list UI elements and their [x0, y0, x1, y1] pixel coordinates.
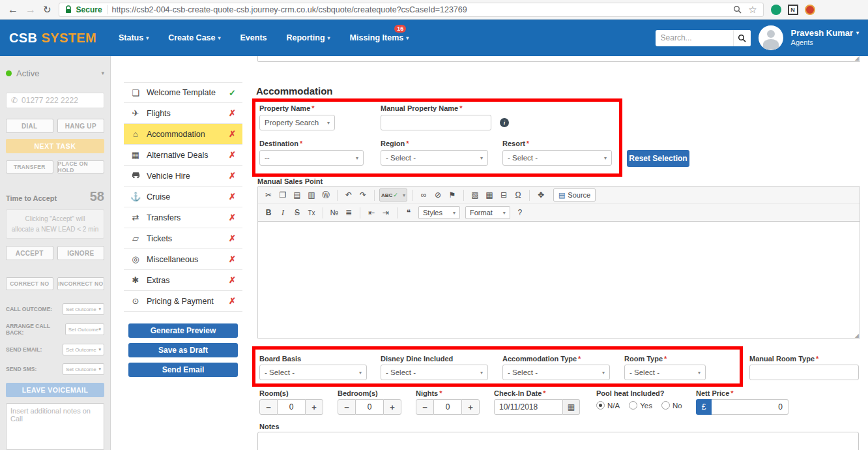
- nett-price-input[interactable]: [712, 399, 788, 415]
- send-email-select[interactable]: Set Outcome ▾: [63, 344, 104, 355]
- bold-icon[interactable]: B: [262, 206, 275, 219]
- spellcheck-button[interactable]: ABC ✓ ▾: [379, 188, 407, 202]
- reset-selection-button[interactable]: Reset Selection: [627, 150, 689, 167]
- send-email-button[interactable]: Send Email: [128, 363, 238, 377]
- room-type-select[interactable]: - Select - ▾: [624, 365, 706, 380]
- address-bar[interactable]: Secure https://csb2-004-csb-create-quote…: [59, 3, 764, 17]
- browser-back-icon[interactable]: ←: [8, 5, 18, 15]
- browser-refresh-icon[interactable]: ↻: [43, 4, 51, 16]
- section-tickets[interactable]: ▱ Tickets ✗: [124, 228, 242, 249]
- resort-select[interactable]: - Select - ▾: [502, 150, 612, 166]
- strikethrough-icon[interactable]: S: [291, 206, 304, 219]
- board-basis-select[interactable]: - Select - ▾: [259, 365, 367, 380]
- undo-icon[interactable]: ↶: [342, 188, 355, 202]
- call-outcome-select[interactable]: Set Outcome ▾: [63, 303, 104, 315]
- correct-no-button[interactable]: CORRECT NO: [6, 277, 53, 290]
- nights-increment-button[interactable]: +: [461, 399, 480, 415]
- accept-button[interactable]: ACCEPT: [6, 246, 53, 260]
- nights-value-input[interactable]: [434, 399, 461, 415]
- resize-handle-icon[interactable]: ◢: [855, 333, 859, 338]
- manual-property-name-input[interactable]: [381, 115, 491, 130]
- section-alternative-deals[interactable]: ▦ Alternative Deals ✗: [124, 145, 242, 166]
- menu-item-create-case[interactable]: Create Case ▾: [168, 33, 220, 42]
- styles-combo[interactable]: Styles ▾: [418, 206, 460, 219]
- zoom-icon[interactable]: [733, 5, 742, 14]
- bookmark-star-icon[interactable]: ☆: [748, 4, 757, 16]
- cut-icon[interactable]: ✂: [262, 188, 275, 202]
- menu-item-missing-items[interactable]: 16 Missing Items ▾: [350, 33, 409, 42]
- save-as-draft-button[interactable]: Save as Draft: [128, 343, 238, 357]
- section-vehicle-hire[interactable]: Vehicle Hire ✗: [124, 166, 242, 187]
- anchor-icon[interactable]: ⚑: [446, 188, 459, 202]
- section-miscellaneous[interactable]: ◎ Miscellaneous ✗: [124, 249, 242, 270]
- region-select[interactable]: - Select - ▾: [381, 150, 488, 166]
- hang-up-button[interactable]: HANG UP: [57, 119, 105, 133]
- menu-item-reporting[interactable]: Reporting ▾: [287, 33, 330, 42]
- accommodation-type-select[interactable]: - Select - ▾: [502, 365, 610, 380]
- paste-icon[interactable]: ▤: [291, 188, 304, 202]
- paste-from-word-icon[interactable]: Ⓦ: [319, 188, 332, 202]
- ignore-button[interactable]: IGNORE: [57, 246, 105, 260]
- browser-forward-icon[interactable]: →: [25, 5, 36, 15]
- phone-number-field[interactable]: ✆ 01277 222 2222: [6, 93, 104, 108]
- dial-button[interactable]: DIAL: [6, 119, 53, 133]
- extension-n-icon[interactable]: N: [788, 5, 798, 15]
- insert-image-icon[interactable]: ▧: [469, 188, 482, 202]
- user-avatar[interactable]: [759, 25, 783, 50]
- insert-table-icon[interactable]: ▦: [483, 188, 496, 202]
- info-icon[interactable]: i: [500, 118, 509, 127]
- bedrooms-increment-button[interactable]: +: [383, 399, 401, 415]
- link-icon[interactable]: ∞: [417, 188, 430, 202]
- horizontal-rule-icon[interactable]: ⊟: [497, 188, 510, 202]
- send-sms-select[interactable]: Set Outcome ▾: [63, 363, 104, 375]
- editor-content-area[interactable]: ◢: [258, 222, 860, 338]
- about-icon[interactable]: ?: [514, 206, 527, 219]
- pool-heat-na-radio[interactable]: N/A: [596, 401, 620, 410]
- unordered-list-icon[interactable]: ≣: [342, 206, 355, 219]
- url-text[interactable]: https://csb2-004-csb-create-quote-csb.jo…: [112, 5, 729, 14]
- place-on-hold-button[interactable]: PLACE ON HOLD: [57, 160, 105, 173]
- check-in-date-input[interactable]: [494, 399, 563, 415]
- arrange-call-back-select[interactable]: Set Outcome ▾: [65, 323, 104, 335]
- rooms-decrement-button[interactable]: −: [259, 399, 278, 415]
- nights-decrement-button[interactable]: −: [416, 399, 434, 415]
- app-logo[interactable]: CSB SYSTEM: [9, 31, 119, 46]
- copy-icon[interactable]: ❐: [276, 188, 289, 202]
- pool-heat-no-radio[interactable]: No: [661, 401, 682, 410]
- decrease-indent-icon[interactable]: ⇤: [365, 206, 378, 219]
- redo-icon[interactable]: ↷: [356, 188, 369, 202]
- paste-as-text-icon[interactable]: ▥: [305, 188, 318, 202]
- pool-heat-yes-radio[interactable]: Yes: [629, 401, 652, 410]
- calendar-icon[interactable]: ▦: [563, 399, 580, 415]
- transfer-button[interactable]: TRANSFER: [6, 160, 53, 173]
- generate-preview-button[interactable]: Generate Preview: [128, 323, 238, 338]
- bedrooms-decrement-button[interactable]: −: [338, 399, 356, 415]
- section-transfers[interactable]: ⇄ Transfers ✗: [124, 207, 242, 228]
- extension-green-icon[interactable]: [771, 5, 781, 15]
- extension-red-icon[interactable]: [805, 5, 815, 15]
- blockquote-icon[interactable]: ❝: [402, 206, 415, 219]
- resize-handle-icon[interactable]: ◢: [855, 56, 859, 61]
- search-input[interactable]: [656, 33, 733, 42]
- next-task-button[interactable]: NEXT TASK: [6, 139, 104, 153]
- leave-voicemail-button[interactable]: LEAVE VOICEMAIL: [6, 383, 104, 397]
- menu-item-events[interactable]: Events: [240, 33, 267, 42]
- section-extras[interactable]: ✱ Extras ✗: [124, 270, 242, 291]
- source-button[interactable]: ▤ Source: [553, 188, 596, 202]
- unlink-icon[interactable]: ⊘: [431, 188, 444, 202]
- rooms-value-input[interactable]: [278, 399, 305, 415]
- rooms-increment-button[interactable]: +: [305, 399, 323, 415]
- property-search-select[interactable]: Property Search ▾: [259, 115, 335, 130]
- remove-format-icon[interactable]: Tx: [305, 206, 318, 219]
- italic-icon[interactable]: I: [276, 206, 289, 219]
- section-welcome-template[interactable]: ❏ Welcome Template ✓: [124, 82, 242, 103]
- increase-indent-icon[interactable]: ⇥: [379, 206, 392, 219]
- section-pricing-payment[interactable]: ⊙ Pricing & Payment ✗: [124, 291, 242, 312]
- disney-dine-select[interactable]: - Select - ▾: [381, 365, 488, 380]
- ordered-list-icon[interactable]: №: [328, 206, 341, 219]
- section-flights[interactable]: ✈ Flights ✗: [124, 103, 242, 124]
- format-combo[interactable]: Format ▾: [465, 206, 510, 219]
- incorrect-no-button[interactable]: INCORRECT NO: [57, 277, 105, 290]
- section-cruise[interactable]: ⚓ Cruise ✗: [124, 187, 242, 207]
- destination-select[interactable]: -- ▾: [259, 150, 364, 166]
